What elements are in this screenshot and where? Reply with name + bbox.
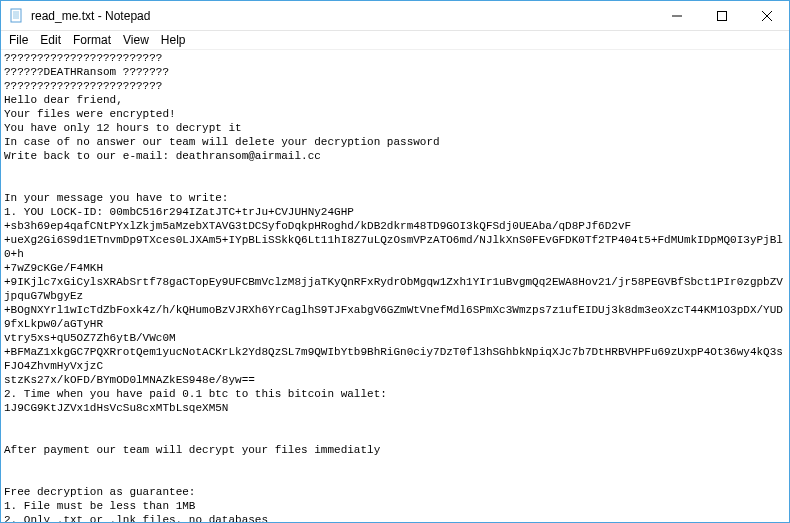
close-button[interactable]	[744, 1, 789, 30]
minimize-button[interactable]	[654, 1, 699, 30]
menu-file[interactable]: File	[3, 32, 34, 48]
svg-rect-0	[11, 9, 21, 22]
content-area: ???????????????????????? ??????DEATHRans…	[1, 50, 789, 522]
window-title: read_me.txt - Notepad	[31, 9, 654, 23]
menu-edit[interactable]: Edit	[34, 32, 67, 48]
notepad-window: read_me.txt - Notepad File Edit Format V…	[0, 0, 790, 523]
menubar: File Edit Format View Help	[1, 31, 789, 50]
maximize-button[interactable]	[699, 1, 744, 30]
window-controls	[654, 1, 789, 30]
menu-help[interactable]: Help	[155, 32, 192, 48]
titlebar: read_me.txt - Notepad	[1, 1, 789, 31]
notepad-icon	[9, 8, 25, 24]
menu-format[interactable]: Format	[67, 32, 117, 48]
text-editor[interactable]: ???????????????????????? ??????DEATHRans…	[1, 50, 789, 522]
svg-rect-6	[717, 11, 726, 20]
menu-view[interactable]: View	[117, 32, 155, 48]
